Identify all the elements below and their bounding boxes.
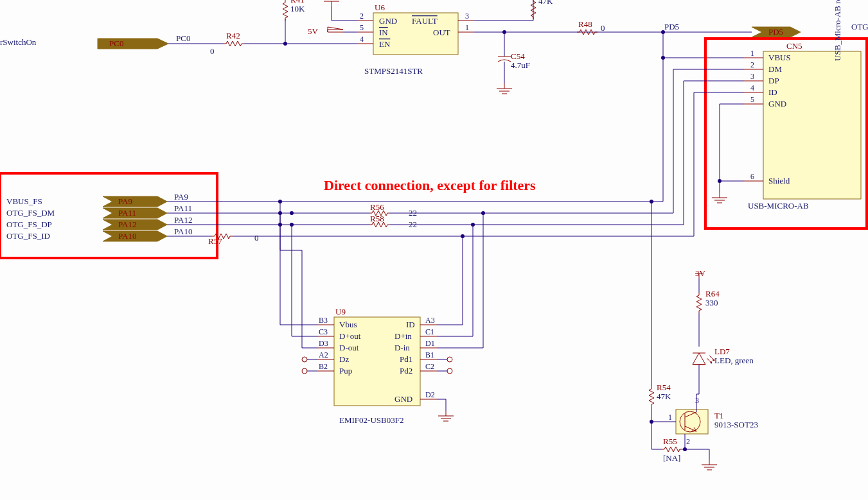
svg-text:A3: A3 bbox=[425, 316, 435, 325]
r42-des: R42 bbox=[226, 31, 240, 40]
svg-text:R54: R54 bbox=[657, 383, 671, 392]
svg-text:22: 22 bbox=[409, 208, 417, 218]
svg-text:0: 0 bbox=[254, 233, 259, 243]
r47k-val: 47K bbox=[538, 0, 553, 6]
svg-point-64 bbox=[290, 211, 294, 215]
svg-text:OTG_FS_ID: OTG_FS_ID bbox=[6, 231, 50, 241]
led-ld7 bbox=[693, 353, 714, 365]
svg-text:Shield: Shield bbox=[768, 176, 790, 185]
svg-text:2: 2 bbox=[686, 437, 690, 446]
svg-text:22: 22 bbox=[409, 220, 417, 229]
svg-text:D-in: D-in bbox=[394, 343, 410, 352]
u6-pin3: 3 bbox=[465, 12, 469, 21]
svg-text:PA9: PA9 bbox=[118, 196, 132, 206]
u6-val: STMPS2141STR bbox=[364, 66, 423, 76]
svg-text:B3: B3 bbox=[319, 316, 328, 325]
svg-point-37 bbox=[718, 179, 722, 183]
svg-text:CN5: CN5 bbox=[786, 41, 802, 51]
svg-point-104 bbox=[471, 223, 475, 227]
svg-marker-42 bbox=[103, 196, 167, 207]
pd5-label: PD5 bbox=[664, 22, 679, 31]
schematic-canvas: U6 STMPS2141STR 2 5 4 GND IN EN 3 1 FAUL… bbox=[0, 0, 868, 500]
svg-text:B1: B1 bbox=[425, 350, 434, 359]
svg-text:D3: D3 bbox=[319, 339, 328, 348]
svg-text:D+in: D+in bbox=[394, 331, 412, 341]
svg-text:LED, green: LED, green bbox=[714, 356, 754, 365]
svg-text:330: 330 bbox=[705, 298, 718, 307]
svg-text:D1: D1 bbox=[425, 339, 435, 348]
svg-text:R55: R55 bbox=[663, 436, 677, 446]
powerswitch-label: rSwitchOn bbox=[0, 37, 37, 47]
svg-text:A2: A2 bbox=[319, 350, 328, 359]
svg-text:Pd2: Pd2 bbox=[400, 366, 412, 375]
svg-text:Vbus: Vbus bbox=[339, 320, 357, 329]
svg-text:IN: IN bbox=[379, 28, 388, 37]
svg-text:GND: GND bbox=[768, 99, 786, 108]
t1-body bbox=[676, 409, 708, 434]
svg-text:GND: GND bbox=[394, 394, 412, 404]
svg-point-121 bbox=[650, 200, 653, 203]
svg-text:4: 4 bbox=[750, 83, 754, 92]
u6-des: U6 bbox=[375, 3, 385, 12]
c54-des: C54 bbox=[511, 51, 525, 61]
svg-text:3: 3 bbox=[750, 72, 754, 81]
svg-point-101 bbox=[302, 357, 307, 362]
svg-text:DM: DM bbox=[768, 64, 782, 74]
svg-text:PA12: PA12 bbox=[118, 220, 136, 229]
u6-pin2: 2 bbox=[360, 12, 364, 21]
svg-text:PD5: PD5 bbox=[768, 27, 783, 37]
svg-text:T1: T1 bbox=[714, 411, 723, 420]
svg-text:DP: DP bbox=[768, 76, 779, 85]
svg-text:D+out: D+out bbox=[339, 331, 361, 341]
svg-text:USB-MICRO-AB: USB-MICRO-AB bbox=[748, 201, 809, 211]
svg-point-103 bbox=[461, 234, 465, 238]
svg-text:PA10: PA10 bbox=[174, 227, 192, 236]
svg-text:USB_Micro-AB receptacle: USB_Micro-AB receptacle bbox=[833, 0, 842, 61]
svg-text:47K: 47K bbox=[657, 392, 671, 401]
svg-text:OTG_FS_DM: OTG_FS_DM bbox=[6, 208, 55, 218]
svg-text:R57: R57 bbox=[208, 236, 222, 246]
svg-text:PA11: PA11 bbox=[118, 208, 136, 218]
svg-text:D2: D2 bbox=[425, 390, 435, 399]
svg-point-54 bbox=[661, 56, 665, 60]
svg-text:3: 3 bbox=[695, 396, 699, 405]
svg-point-107 bbox=[447, 368, 452, 374]
svg-point-15 bbox=[661, 30, 665, 34]
svg-text:PC0: PC0 bbox=[176, 33, 190, 43]
svg-text:R56: R56 bbox=[370, 202, 384, 212]
svg-text:Pd1: Pd1 bbox=[400, 354, 412, 364]
svg-point-102 bbox=[302, 368, 307, 374]
svg-text:GND: GND bbox=[379, 16, 397, 26]
r41-val: 10K bbox=[290, 4, 305, 13]
svg-text:C1: C1 bbox=[425, 327, 434, 336]
annotation-text: Direct connection, except for filters bbox=[324, 177, 536, 193]
svg-text:PA10: PA10 bbox=[118, 231, 136, 241]
u6-pin5: 5 bbox=[360, 23, 364, 32]
svg-text:ID: ID bbox=[406, 320, 415, 329]
svg-text:5: 5 bbox=[750, 95, 754, 104]
svg-text:U9: U9 bbox=[335, 307, 346, 316]
svg-text:OUT: OUT bbox=[433, 28, 450, 37]
otg-right-label: OTG_ bbox=[851, 22, 868, 31]
svg-text:R64: R64 bbox=[705, 289, 720, 298]
svg-text:6: 6 bbox=[750, 172, 754, 181]
svg-text:PA9: PA9 bbox=[174, 192, 188, 202]
svg-text:PA12: PA12 bbox=[174, 215, 192, 225]
svg-text:OTG_FS_DP: OTG_FS_DP bbox=[6, 220, 52, 229]
r48-val: 0 bbox=[601, 23, 605, 33]
svg-text:C3: C3 bbox=[319, 327, 328, 336]
svg-point-10 bbox=[283, 42, 287, 46]
svg-point-125 bbox=[683, 447, 687, 451]
svg-text:PA11: PA11 bbox=[174, 203, 192, 213]
svg-text:2: 2 bbox=[750, 60, 754, 69]
svg-point-106 bbox=[447, 357, 452, 362]
r42-val: 0 bbox=[210, 46, 215, 56]
svg-text:VBUS: VBUS bbox=[768, 53, 791, 62]
svg-text:EMIF02-USB03F2: EMIF02-USB03F2 bbox=[339, 415, 403, 425]
svg-point-105 bbox=[481, 211, 485, 215]
svg-text:C2: C2 bbox=[425, 362, 434, 371]
svg-text:B2: B2 bbox=[319, 362, 328, 371]
c54-val: 4.7uF bbox=[511, 60, 530, 70]
u6-pin4: 4 bbox=[360, 35, 364, 44]
vcc-5v: 5V bbox=[308, 26, 319, 36]
